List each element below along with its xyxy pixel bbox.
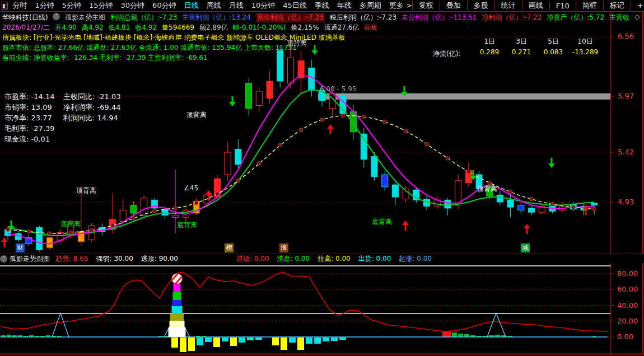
divergence-label: 顶背离 <box>287 39 307 48</box>
metric-item: 市销率: 13.09 <box>4 102 52 113</box>
info-segment: 高4.92 <box>82 23 104 32</box>
info-segment: 开4.90 <box>55 23 77 32</box>
info-segment: 营业利润（亿）:-7.23 <box>256 13 325 22</box>
sub-indicator-value: 趋势: 8.65 <box>55 254 88 264</box>
menu-item-period[interactable]: 30分钟 <box>121 1 145 11</box>
menu-item-period[interactable]: 15分钟 <box>89 1 113 11</box>
svg-text:5.42: 5.42 <box>618 148 634 156</box>
price-band-label: 6.00 - 5.95 <box>320 85 356 93</box>
menu-item-period[interactable]: 月线 <box>229 1 244 11</box>
info-segment: 孤影走势主图 <box>65 13 105 22</box>
app-window: ◧ 分时1分钟5分钟15分钟30分钟60分钟日线周线月线10分钟45日线季线年线… <box>0 0 644 356</box>
svg-text:40.00: 40.00 <box>617 301 638 310</box>
divergence-label: 顶背离 <box>76 186 96 195</box>
metric-item: 市盈率: -14.14 <box>4 92 54 102</box>
price-axis-line <box>610 12 611 354</box>
metric-item: 净利润率: -69.44 <box>63 102 120 113</box>
ohlc-info-row: 2026/01/27/二开4.90高4.92低4.81收4.92量594669额… <box>2 23 377 32</box>
menu-item-period[interactable]: 日线 <box>184 1 199 11</box>
svg-text:20.00: 20.00 <box>617 317 638 325</box>
info-segment: 华映科技(日线) <box>2 13 48 22</box>
sub-indicator-value: 起涨: 0.00 <box>399 254 432 264</box>
sub-indicator-value: 洗盘: 0.00 <box>277 254 310 264</box>
tools-menu: 复权叠加多股统计画线F10简框标记+自选返回 <box>412 1 644 11</box>
info-segment: 量594669 <box>162 23 194 32</box>
window-menu-icon[interactable]: ◧ <box>2 2 8 10</box>
metric-item: 市净率: 23.77 <box>4 113 52 123</box>
divergence-label: 底背离 <box>60 219 81 229</box>
info-segment: 收4.92 <box>135 23 157 32</box>
info-segment: 股本市值: 总股本: 27.66亿 流通盘: 27.63亿 全流通: 1.00 … <box>2 43 297 53</box>
sub-indicator-header: ˅ 孤影走势副图 趋势: 8.65强弱: 30.00逃顶: 90.00进场: 0… <box>0 254 644 263</box>
info-segment: 换2.15% <box>291 23 319 32</box>
info-segment: 主营利润（亿）:13.24 <box>182 13 250 22</box>
info-segment: 幅-0.01(-0.20%) <box>233 23 286 32</box>
marker-badge: 减 <box>521 243 530 252</box>
menu-item-period[interactable]: 季线 <box>315 1 329 11</box>
sub-chart-svg: 80.0060.0040.0020.000.00 <box>0 263 644 355</box>
menu-item-tool[interactable]: 统计 <box>494 1 522 11</box>
svg-text:6.56: 6.56 <box>618 32 634 40</box>
netflow-value: -13.289 <box>564 48 606 56</box>
period-menu: 分时1分钟5分钟15分钟30分钟60分钟日线周线月线10分钟45日线季线年线多周… <box>12 1 412 11</box>
indicator-dropdown-icon[interactable]: ˅ <box>53 13 60 20</box>
info-segment: 税后利润（亿）:-7.23 <box>330 13 396 22</box>
sub-indicator-value: 进场: 0.00 <box>236 254 269 264</box>
menu-item-period[interactable]: 60分钟 <box>152 1 176 11</box>
menu-item-tool[interactable]: 画线 <box>522 1 549 11</box>
menu-item-period[interactable]: 1分钟 <box>35 1 54 11</box>
menu-item-tool[interactable]: 叠加 <box>440 1 467 11</box>
menu-item-tool[interactable]: 标记 <box>603 1 631 11</box>
info-segment: 主营收 <box>609 13 629 22</box>
sub-chart-area: 80.0060.0040.0020.000.00 <box>0 263 644 355</box>
netflow-period: 10日 <box>564 37 606 46</box>
sub-indicator-title: 孤影走势副图 <box>10 254 50 264</box>
svg-text:4.93: 4.93 <box>618 198 634 206</box>
menu-item-tool[interactable]: 复权 <box>412 1 440 11</box>
info-segment: 利润总额（亿）:-7.23 <box>110 13 177 22</box>
menu-item-tool[interactable]: 简框 <box>576 1 603 11</box>
sub-indicator-value: 强弱: 30.00 <box>96 254 133 264</box>
menu-item-tool[interactable]: +自选 <box>631 1 644 11</box>
indicator-dropdown-icon[interactable]: ˅ <box>0 255 7 263</box>
info-segment: 流通27.6亿 <box>324 23 360 32</box>
sub-indicator-value: 出货: 0.00 <box>358 254 391 264</box>
divergence-label: ∠45 <box>184 184 198 192</box>
info-segment: 当前业绩: 净资收益率: -126.34 毛利率: -27.39 主营利润率: … <box>2 53 208 63</box>
info-segment: ◇ <box>634 13 640 22</box>
divergence-label: 顶背离 <box>186 110 207 120</box>
top-menu-bar: ◧ 分时1分钟5分钟15分钟30分钟60分钟日线周线月线10分钟45日线季线年线… <box>0 0 644 12</box>
metric-item: 主收同比: -21.03 <box>63 92 120 102</box>
info-segment: 面板 <box>364 23 377 32</box>
metric-item: 现金流: -0.01 <box>4 134 50 144</box>
marker-badge: 榜 <box>225 243 234 252</box>
svg-text:60.00: 60.00 <box>617 285 638 293</box>
netflow-table: 净流(亿): 1日0.2893日0.2715日0.08310日-13.289 <box>417 37 613 60</box>
menu-item-period[interactable]: 5分钟 <box>62 1 81 11</box>
performance-info-row: 当前业绩: 净资收益率: -126.34 毛利率: -27.39 主营利润率: … <box>2 53 208 63</box>
svg-text:5.97: 5.97 <box>618 92 634 100</box>
info-segment: 2026/01/27/二 <box>2 23 50 32</box>
menu-item-period[interactable]: 分时 <box>12 1 27 11</box>
info-segment: 净资产（亿）:5.72 <box>547 13 605 22</box>
menu-item-tool[interactable]: F10 <box>549 2 576 10</box>
sub-indicator-value: 拉高: 0.00 <box>318 254 351 264</box>
menu-item-tool[interactable]: 多股 <box>467 1 494 11</box>
right-border <box>642 12 643 354</box>
netflow-column: 10日-13.289 <box>564 37 606 56</box>
divergence-label: 底背离 <box>177 221 197 230</box>
divergence-label: 顶背离 <box>477 184 497 194</box>
marker-badge: 财 <box>16 243 25 252</box>
menu-item-period[interactable]: 45日线 <box>283 1 307 11</box>
info-segment: 额2.89亿 <box>199 23 228 32</box>
info-segment: 低4.81 <box>109 23 130 32</box>
info-segment: 未分利润（亿）:-113.51 <box>402 13 477 22</box>
menu-item-period[interactable]: 10分钟 <box>251 1 276 11</box>
menu-item-period[interactable]: 周线 <box>207 1 221 11</box>
menu-item-period[interactable]: 多周期 <box>360 1 381 11</box>
menu-item-period[interactable]: 更多 > <box>389 1 412 11</box>
menu-item-period[interactable]: 年线 <box>337 1 352 11</box>
svg-text:0.00: 0.00 <box>617 332 633 341</box>
svg-text:80.00: 80.00 <box>617 269 638 278</box>
marker-badge: 涨 <box>279 243 288 252</box>
